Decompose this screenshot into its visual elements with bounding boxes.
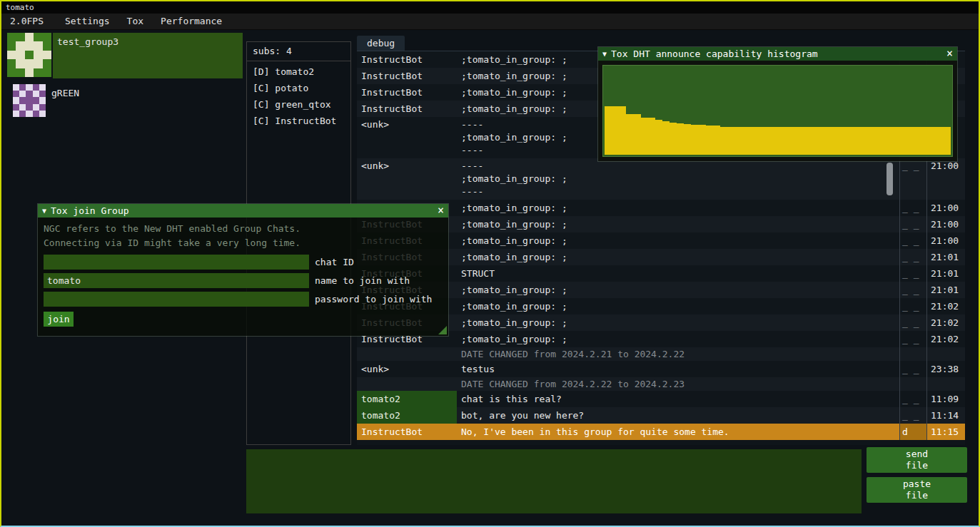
histogram-bar	[655, 120, 662, 155]
delivery-indicator	[899, 347, 926, 361]
avatar-pixel	[34, 51, 42, 59]
avatar-pixel	[39, 91, 46, 97]
menu-item-settings[interactable]: Settings	[56, 14, 118, 29]
avatar-pixel	[13, 97, 19, 103]
histogram-bar	[691, 125, 698, 155]
histogram-bar	[734, 127, 742, 155]
avatar-pixel	[13, 104, 19, 111]
message-row[interactable]: <unk>---- ;tomato_in_group: ; ----_ _21:…	[357, 158, 965, 200]
dht-histogram-titlebar[interactable]: ▼ Tox DHT announce capability histogram …	[598, 47, 957, 61]
join-group-body: NGC refers to the New DHT enabled Group …	[38, 218, 448, 336]
join-password-label: password to join with	[315, 294, 432, 305]
join-group-title: Tox join Group	[51, 205, 433, 216]
fps-counter: 2.0FPS	[1, 14, 52, 29]
histogram-bar	[771, 127, 778, 155]
message-timestamp: 21:01	[926, 282, 965, 298]
delivery-indicator: _ _	[899, 282, 926, 298]
message-sender: <unk>	[357, 158, 457, 200]
avatar-pixel	[16, 41, 24, 50]
collapse-icon[interactable]: ▼	[42, 207, 46, 215]
message-timestamp: 21:00	[926, 200, 965, 216]
delivery-indicator: _ _	[899, 361, 926, 377]
message-text: ;tomato_in_group: ;	[457, 232, 899, 249]
message-text: ;tomato_in_group: ;	[457, 216, 899, 232]
join-password-input[interactable]	[44, 292, 309, 307]
histogram-bar	[763, 127, 770, 155]
dht-histogram-title: Tox DHT announce capability histogram	[611, 48, 942, 59]
histogram-bar	[612, 106, 619, 155]
group-item-green[interactable]: gREEN	[7, 84, 243, 120]
message-row[interactable]: tomato2bot, are you new here?_ _11:14	[357, 407, 965, 424]
avatar-pixel	[16, 68, 24, 77]
join-group-titlebar[interactable]: ▼ Tox join Group ×	[38, 204, 448, 218]
message-input[interactable]	[246, 449, 862, 513]
group-item-test-group3[interactable]: test_group3	[7, 33, 243, 78]
close-icon[interactable]: ×	[946, 48, 953, 59]
join-group-window: ▼ Tox join Group × NGC refers to the New…	[37, 203, 449, 337]
avatar-pixel	[34, 68, 42, 77]
date-separator-row: DATE CHANGED from 2024.2.21 to 2024.2.22	[357, 347, 965, 361]
member-item[interactable]: [C] green_qtox	[247, 96, 350, 113]
menu-item-tox[interactable]: Tox	[118, 14, 152, 29]
histogram-bar	[843, 127, 850, 155]
histogram-bar	[944, 127, 951, 155]
avatar-pixel	[39, 104, 46, 111]
histogram-bar	[720, 127, 727, 155]
histogram-plot	[602, 65, 953, 157]
avatar-pixel	[7, 68, 16, 77]
avatar-pixel	[25, 33, 34, 41]
histogram-bar	[749, 127, 756, 155]
histogram-bar	[929, 127, 936, 155]
chat-id-input[interactable]	[44, 255, 309, 270]
message-timestamp: 11:14	[926, 407, 965, 424]
avatar-pixel	[39, 111, 46, 117]
message-timestamp: 21:01	[926, 249, 965, 265]
avatar-pixel	[43, 33, 51, 41]
avatar-pixel	[26, 91, 32, 97]
message-sender: InstructBot	[357, 51, 457, 68]
avatar-pixel	[33, 84, 39, 91]
tab-debug[interactable]: debug	[357, 36, 405, 51]
message-timestamp: 21:00	[926, 232, 965, 249]
message-timestamp: 21:02	[926, 331, 965, 347]
send-file-button[interactable]: send file	[867, 447, 967, 473]
histogram-bar	[742, 127, 749, 155]
avatar-pixel	[33, 104, 39, 111]
avatar-pixel	[25, 51, 34, 59]
message-text: ;tomato_in_group: ;	[457, 331, 899, 347]
message-row[interactable]: tomato2chat is this real?_ _11:09	[357, 391, 965, 407]
histogram-bar	[677, 123, 684, 155]
subs-header: subs: 4	[247, 42, 350, 60]
group-selected-highlight[interactable]: test_group3	[53, 33, 243, 78]
message-timestamp	[926, 347, 965, 361]
avatar-pixel	[26, 84, 32, 91]
avatar-pixel	[43, 59, 51, 68]
menu-item-performance[interactable]: Performance	[152, 14, 231, 29]
group-labelbox[interactable]: gREEN	[47, 84, 243, 120]
join-name-input[interactable]	[44, 273, 309, 288]
histogram-bar	[706, 126, 713, 155]
avatar-pixel	[26, 104, 32, 111]
message-timestamp: 21:02	[926, 298, 965, 314]
avatar-pixel	[13, 84, 19, 91]
histogram-bar	[864, 127, 872, 155]
member-item[interactable]: [C] potato	[247, 80, 350, 96]
chat-scrollbar[interactable]	[886, 163, 893, 195]
message-timestamp: 21:02	[926, 314, 965, 331]
delivery-indicator: _ _	[899, 232, 926, 249]
member-item[interactable]: [D] tomato2	[247, 63, 350, 80]
resize-grip[interactable]	[438, 326, 447, 334]
message-text: ;tomato_in_group: ;	[457, 282, 899, 298]
histogram-bar	[605, 106, 612, 155]
paste-file-button[interactable]: paste file	[867, 477, 967, 503]
join-button[interactable]: join	[44, 312, 74, 327]
avatar-pixel	[19, 97, 26, 103]
collapse-icon[interactable]: ▼	[602, 50, 607, 58]
message-row[interactable]: InstructBotNo, I've been in this group f…	[357, 424, 965, 440]
window-titlebar[interactable]: tomato	[1, 1, 979, 14]
delivery-indicator: _ _	[899, 158, 926, 200]
close-icon[interactable]: ×	[438, 205, 444, 216]
message-row[interactable]: <unk>testus_ _23:38	[357, 361, 965, 377]
member-item[interactable]: [C] InstructBot	[247, 113, 350, 129]
avatar-pixel	[13, 91, 19, 97]
